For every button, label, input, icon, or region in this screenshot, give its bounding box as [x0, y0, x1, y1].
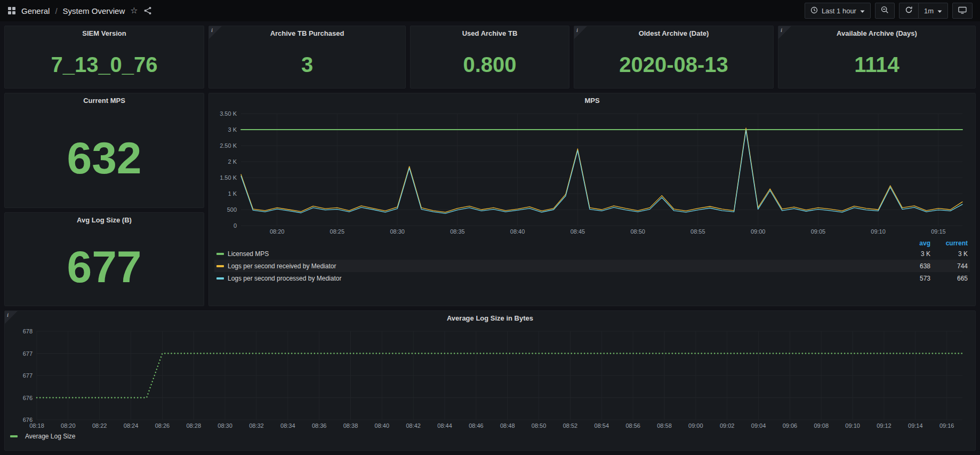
mps-legend: avg current Licensed MPS 3 K 3 K Logs pe… [214, 238, 970, 284]
series-current-value: 665 [930, 275, 968, 282]
panel-info-icon[interactable]: i [778, 26, 791, 39]
log-size-timeseries-chart[interactable]: 67867767767667608:1808:2008:2208:2408:26… [9, 326, 971, 430]
breadcrumb-separator: / [55, 6, 57, 15]
series-name[interactable]: Logs per second received by Mediator [228, 262, 893, 270]
legend-row-licensed-mps: Licensed MPS 3 K 3 K [214, 248, 970, 260]
legend-col-avg[interactable]: avg [893, 240, 930, 247]
refresh-icon [905, 6, 913, 15]
svg-text:0: 0 [234, 222, 237, 229]
panel-title[interactable]: SIEM Version [5, 26, 204, 41]
panel-average-log-size-chart: i Average Log Size in Bytes 678677677676… [4, 310, 976, 451]
series-avg-value: 573 [893, 275, 930, 282]
series-current-value: 3 K [930, 250, 968, 258]
legend-col-current[interactable]: current [930, 240, 968, 247]
panel-title[interactable]: Current MPS [5, 93, 204, 108]
panel-mps-chart: MPS 3.50 K3 K2.50 K2 K1.50 K1 K500008:20… [208, 93, 976, 306]
svg-text:08:38: 08:38 [343, 422, 358, 429]
panel-title[interactable]: MPS [209, 93, 975, 108]
breadcrumb-dashboard-title[interactable]: System Overview [63, 6, 125, 15]
svg-text:09:08: 09:08 [814, 422, 829, 429]
mps-timeseries-chart[interactable]: 3.50 K3 K2.50 K2 K1.50 K1 K500008:2008:2… [213, 108, 971, 236]
svg-text:09:02: 09:02 [720, 422, 735, 429]
stat-value: 677 [5, 228, 204, 306]
svg-text:08:44: 08:44 [437, 422, 452, 429]
legend-header-row: avg current [214, 238, 970, 248]
svg-text:08:30: 08:30 [218, 422, 232, 429]
svg-text:08:26: 08:26 [155, 422, 170, 429]
series-color-marker [216, 277, 224, 280]
svg-text:1.50 K: 1.50 K [220, 174, 237, 181]
svg-text:3.50 K: 3.50 K [220, 110, 237, 117]
svg-text:08:45: 08:45 [571, 228, 585, 235]
refresh-interval-label: 1m [924, 7, 934, 15]
svg-text:09:15: 09:15 [931, 228, 946, 235]
tv-mode-button[interactable] [952, 3, 973, 19]
log-size-legend: Average Log Size [5, 430, 975, 442]
svg-text:09:10: 09:10 [871, 228, 886, 235]
svg-text:09:12: 09:12 [877, 422, 891, 429]
monitor-icon [958, 6, 967, 15]
panel-siem-version: SIEM Version 7_13_0_76 [4, 26, 204, 89]
panel-oldest-archive-date: i Oldest Archive (Date) 2020-08-13 [574, 26, 774, 89]
navbar: General / System Overview ☆ Last 1 hour [0, 0, 980, 21]
svg-text:09:10: 09:10 [845, 422, 860, 429]
svg-text:1 K: 1 K [228, 190, 237, 197]
time-range-picker[interactable]: Last 1 hour [805, 3, 871, 19]
refresh-interval-picker[interactable]: 1m [918, 3, 948, 19]
svg-text:08:35: 08:35 [450, 228, 465, 235]
series-color-marker [10, 435, 18, 437]
series-color-marker [216, 253, 224, 255]
svg-text:677: 677 [23, 372, 33, 379]
stat-value: 3 [209, 41, 405, 88]
panel-available-archive-days: i Available Archive (Days) 1114 [778, 26, 976, 89]
svg-text:08:55: 08:55 [690, 228, 705, 235]
panel-title[interactable]: Avg Log Size (B) [5, 213, 204, 228]
panel-title[interactable]: Oldest Archive (Date) [574, 26, 773, 41]
chevron-down-icon [937, 7, 942, 15]
panel-title[interactable]: Average Log Size in Bytes [5, 311, 975, 326]
series-name[interactable]: Licensed MPS [228, 250, 893, 258]
svg-text:09:14: 09:14 [908, 422, 923, 429]
svg-text:08:54: 08:54 [595, 422, 609, 429]
panel-title[interactable]: Archive TB Purchased [209, 26, 405, 41]
panel-current-mps: Current MPS 632 [4, 93, 204, 208]
panel-archive-tb-purchased: i Archive TB Purchased 3 [208, 26, 406, 89]
panel-title[interactable]: Available Archive (Days) [778, 26, 975, 41]
svg-text:08:30: 08:30 [390, 228, 405, 235]
svg-text:09:00: 09:00 [688, 422, 703, 429]
refresh-button-group: 1m [899, 3, 948, 19]
dashboards-grid-icon[interactable] [7, 6, 16, 15]
series-color-marker [216, 265, 224, 267]
svg-text:08:46: 08:46 [469, 422, 484, 429]
series-name[interactable]: Logs per second processed by Mediator [228, 275, 893, 282]
svg-text:08:18: 08:18 [29, 422, 44, 429]
zoom-out-button[interactable] [875, 3, 895, 19]
stat-value: 2020-08-13 [574, 41, 773, 88]
series-name[interactable]: Average Log Size [25, 433, 76, 440]
panel-info-icon[interactable]: i [5, 311, 18, 324]
refresh-button[interactable] [899, 3, 919, 19]
legend-row-received: Logs per second received by Mediator 638… [214, 260, 970, 272]
svg-text:08:20: 08:20 [61, 422, 76, 429]
series-avg-value: 638 [893, 262, 930, 270]
svg-text:08:58: 08:58 [657, 422, 672, 429]
breadcrumb-folder[interactable]: General [21, 6, 50, 15]
svg-text:08:50: 08:50 [630, 228, 645, 235]
svg-text:2 K: 2 K [228, 158, 237, 165]
share-icon[interactable] [143, 6, 152, 15]
svg-text:09:05: 09:05 [811, 228, 826, 235]
dashboard: SIEM Version 7_13_0_76 i Archive TB Purc… [0, 21, 980, 455]
panel-info-icon[interactable]: i [574, 26, 587, 39]
stat-value: 7_13_0_76 [5, 41, 204, 88]
svg-text:678: 678 [23, 328, 33, 334]
star-icon[interactable]: ☆ [130, 6, 138, 15]
svg-text:08:42: 08:42 [406, 422, 421, 429]
svg-text:677: 677 [23, 350, 33, 357]
panel-title[interactable]: Used Archive TB [411, 26, 569, 41]
stat-value: 632 [5, 108, 204, 207]
svg-text:08:20: 08:20 [270, 228, 285, 235]
panel-info-icon[interactable]: i [209, 26, 222, 39]
series-current-value: 744 [930, 262, 968, 270]
svg-text:08:40: 08:40 [375, 422, 390, 429]
svg-text:09:04: 09:04 [751, 422, 766, 429]
